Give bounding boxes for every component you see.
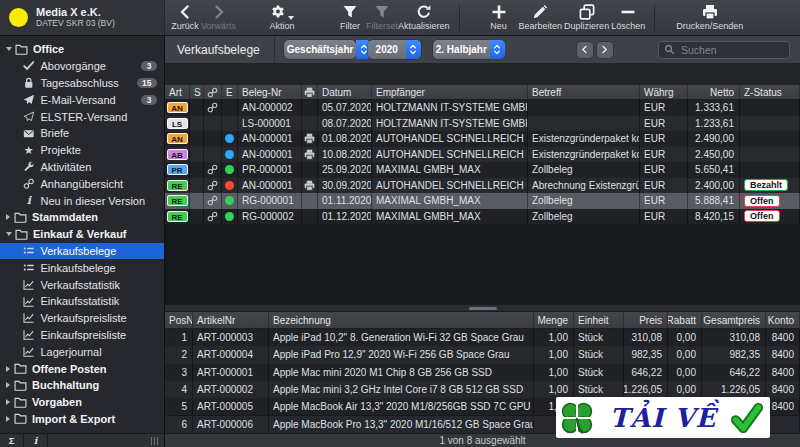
sidebar-item-einkaufsbelege[interactable]: Einkaufsbelege — [0, 259, 164, 276]
col-artikelnr[interactable]: ArtikelNr — [193, 312, 269, 328]
resize-grip[interactable] — [151, 437, 159, 445]
col-konto[interactable]: Konto — [766, 312, 800, 328]
doc-type-badge: AB — [167, 149, 188, 160]
col-posnr[interactable]: PosNr — [165, 312, 193, 328]
sidebar-item-aktivitaeten[interactable]: Aktivitäten — [0, 159, 164, 176]
disclosure-triangle-icon[interactable] — [6, 366, 10, 372]
sidebar-item-email-versand[interactable]: E-Mail-Versand3 — [0, 91, 164, 108]
sidebar-item-neu-version[interactable]: iNeu in dieser Version — [0, 192, 164, 209]
col-datum[interactable]: Datum — [318, 85, 372, 99]
printer-icon — [304, 87, 315, 98]
pos-table-header: PosNr ArtikelNr Bezeichnung Menge Einhei… — [165, 312, 800, 329]
sidebar-folder-stammdaten[interactable]: Stammdaten — [0, 209, 164, 226]
col-e[interactable]: E — [222, 85, 238, 99]
status-dot-green — [225, 196, 234, 205]
funnel-icon — [342, 4, 358, 20]
col-empfaenger[interactable]: Empfänger — [372, 85, 528, 99]
disclosure-triangle-icon[interactable] — [6, 214, 10, 220]
delete-button[interactable]: Löschen — [611, 4, 645, 31]
filter-button[interactable]: Filter — [334, 4, 366, 31]
search-input[interactable] — [679, 43, 784, 57]
col-s[interactable]: S — [190, 85, 204, 99]
col-menge[interactable]: Menge — [534, 312, 574, 328]
search-field[interactable] — [658, 41, 790, 59]
sidebar-item-einkaufsstatistik[interactable]: Einkaufsstatistik — [0, 293, 164, 310]
col-bezeichnung[interactable]: Bezeichnung — [269, 312, 534, 328]
pos-row[interactable]: 1 ART-000003 Apple iPad 10,2" 8. Generat… — [165, 329, 800, 346]
col-netto[interactable]: Netto — [688, 85, 740, 99]
col-einheit[interactable]: Einheit — [574, 312, 624, 328]
forward-button[interactable]: Vorwärts — [201, 4, 236, 31]
sidebar-folder-offene-posten[interactable]: Offene Posten — [0, 360, 164, 377]
col-waehrung[interactable]: Währg — [640, 85, 688, 99]
sidebar-item-verkaufsstatistik[interactable]: Verkaufsstatistik — [0, 276, 164, 293]
duplicate-icon — [579, 4, 595, 20]
sidebar-folder-buchhaltung[interactable]: Buchhaltung — [0, 377, 164, 394]
sidebar-item-einkaufspreisliste[interactable]: Einkaufspreisliste — [0, 327, 164, 344]
sidebar-folder-import-export[interactable]: Import & Export — [0, 411, 164, 428]
edit-button[interactable]: Bearbeiten — [519, 4, 563, 31]
filterset-button[interactable]: Filterset — [366, 4, 398, 31]
doc-type-badge: AN — [167, 133, 188, 144]
period-type-select[interactable]: Geschäftsjahr — [284, 40, 356, 59]
col-preis[interactable]: Preis — [624, 312, 668, 328]
sidebar-item-verkaufspreisliste[interactable]: Verkaufspreisliste — [0, 310, 164, 327]
doc-row[interactable]: AB AN-000001 10.08.2020 AUTOHANDEL SCHNE… — [165, 147, 800, 163]
doc-table-empty-area — [165, 224, 800, 304]
disclosure-triangle-icon[interactable] — [6, 232, 12, 236]
col-betreff[interactable]: Betreff — [528, 85, 640, 99]
sidebar-folder-vorgaben[interactable]: Vorgaben — [0, 394, 164, 411]
col-z-status[interactable]: Z-Status — [740, 85, 800, 99]
gear-icon — [270, 4, 286, 20]
sidebar-item-verkaufsbelege[interactable]: Verkaufsbelege — [0, 243, 164, 260]
year-select[interactable]: 2020 — [368, 40, 421, 59]
doc-type-badge: PR — [167, 164, 188, 175]
col-beleg-nr[interactable]: Beleg-Nr — [238, 85, 302, 99]
col-art[interactable]: Art — [165, 85, 190, 99]
refresh-button[interactable]: Aktualisieren — [398, 4, 450, 31]
disclosure-triangle-icon[interactable] — [6, 416, 10, 422]
sidebar-item-anhanguebersicht[interactable]: Anhangübersicht — [0, 175, 164, 192]
folder-icon — [14, 396, 27, 409]
sidebar-item-projekte[interactable]: ★Projekte — [0, 142, 164, 159]
pos-row[interactable]: 2 ART-000004 Apple iPad Pro 12,9" 2020 W… — [165, 346, 800, 363]
doc-row[interactable]: RE RG-000002 01.12.2020 MAXIMAL GMBH_MAX… — [165, 209, 800, 225]
back-button[interactable]: Zurück — [169, 4, 201, 31]
next-period-button[interactable] — [597, 42, 613, 58]
pos-row[interactable]: 3 ART-000001 Apple Mac mini 2020 M1 Chip… — [165, 364, 800, 381]
prev-period-button[interactable] — [577, 42, 593, 58]
col-attachment[interactable] — [204, 85, 222, 99]
sum-button[interactable]: Σ — [0, 434, 24, 447]
doc-row[interactable]: AN AN-000001 01.08.2020 AUTOHANDEL SCHNE… — [165, 131, 800, 147]
lock-icon — [23, 77, 35, 89]
doc-row-selected[interactable]: RE RG-000001 01.11.2020 MAXIMAL GMBH_MAX… — [165, 193, 800, 209]
sidebar-item-lagerjournal[interactable]: Lagerjournal — [0, 343, 164, 360]
payment-status-badge: Bezahlt — [744, 179, 788, 191]
sidebar-item-tagesabschluss[interactable]: Tagesabschluss15 — [0, 75, 164, 92]
doc-row[interactable]: PR PR-000001 25.09.2020 MAXIMAL GMBH_MAX… — [165, 162, 800, 178]
duplicate-button[interactable]: Duplizieren — [564, 4, 609, 31]
folder-icon — [14, 362, 27, 375]
sidebar-item-abovorgaenge[interactable]: Abovorgänge3 — [0, 58, 164, 75]
doc-row[interactable]: AN AN-000002 05.07.2020 HOLTZMANN IT-SYS… — [165, 100, 800, 116]
disclosure-triangle-icon[interactable] — [6, 382, 10, 388]
disclosure-triangle-icon[interactable] — [6, 399, 10, 405]
col-gesamtpreis[interactable]: Gesamtpreis — [702, 312, 766, 328]
sidebar-folder-office[interactable]: Office — [0, 41, 164, 58]
pos-row[interactable]: 4 ART-000002 Apple Mac mini 3,2 GHz Inte… — [165, 381, 800, 398]
info-button[interactable]: i — [24, 434, 48, 447]
doc-row[interactable]: LS LS-000001 08.07.2020 HOLTZMANN IT-SYS… — [165, 116, 800, 132]
disclosure-triangle-icon[interactable] — [6, 47, 12, 51]
pane-splitter[interactable] — [165, 304, 800, 312]
col-printed[interactable] — [302, 85, 318, 99]
col-rabatt[interactable]: Rabatt — [668, 312, 702, 328]
pencil-icon — [532, 4, 548, 20]
halfyear-select[interactable]: 2. Halbjahr — [433, 40, 493, 59]
action-button[interactable]: Aktion — [266, 4, 298, 31]
sidebar-item-elster-versand[interactable]: ELSTER-Versand — [0, 108, 164, 125]
doc-row[interactable]: RE AN-000001 30.09.2020 AUTOHANDEL SCHNE… — [165, 178, 800, 194]
sidebar-folder-einkauf-verkauf[interactable]: Einkauf & Verkauf — [0, 226, 164, 243]
new-button[interactable]: Neu — [483, 4, 515, 31]
sidebar-item-briefe[interactable]: Briefe — [0, 125, 164, 142]
print-send-button[interactable]: Drucken/Senden — [676, 4, 743, 31]
